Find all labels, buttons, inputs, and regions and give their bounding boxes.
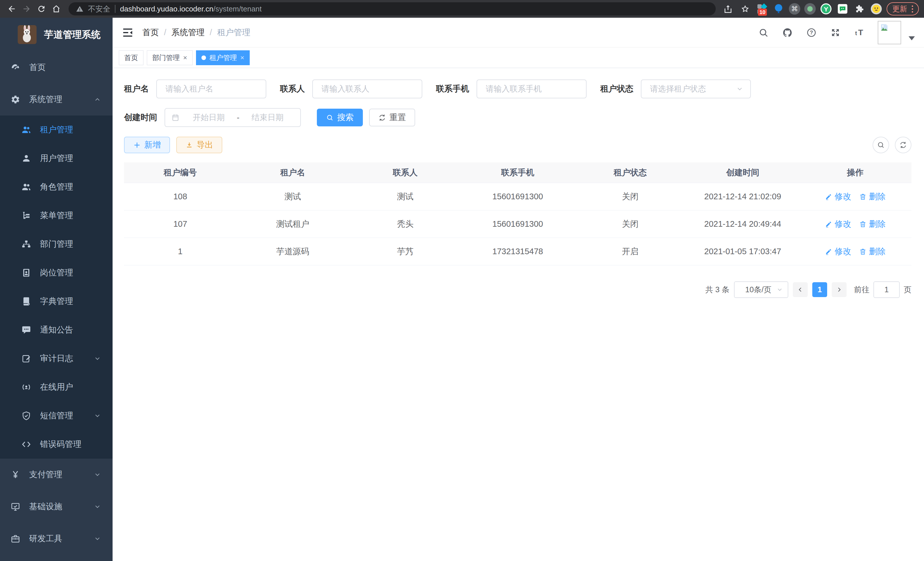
extension-chat[interactable] [836, 3, 849, 15]
share-button[interactable] [722, 2, 735, 15]
browser-menu-icon[interactable] [912, 5, 913, 13]
edit-link[interactable]: 修改 [825, 218, 851, 230]
tab-close-icon[interactable]: × [183, 54, 187, 62]
font-size-icon: tT [854, 27, 865, 38]
edit-link[interactable]: 修改 [825, 191, 851, 202]
extension-tango[interactable]: 10 [756, 3, 768, 15]
monitor-icon [10, 502, 21, 512]
tag-tab-2[interactable]: 租户管理× [196, 50, 250, 65]
breadcrumb-home[interactable]: 首页 [142, 27, 159, 38]
next-page-button[interactable] [832, 282, 847, 297]
browser-forward-button[interactable] [20, 2, 33, 15]
browser-toolbar: 不安全 dashboard.yudao.iocoder.cn/system/te… [0, 0, 924, 18]
extension-badge: 10 [758, 9, 767, 16]
sidebar-item-8[interactable]: 字典管理 [0, 287, 112, 316]
sidebar-item-1[interactable]: 系统管理 [0, 83, 112, 116]
sidebar-item-15[interactable]: 基础设施 [0, 491, 112, 523]
extension-recorder[interactable] [804, 3, 816, 15]
chevron-down-icon [736, 85, 743, 93]
sidebar-item-4[interactable]: 角色管理 [0, 173, 112, 201]
sidebar-item-7[interactable]: 岗位管理 [0, 259, 112, 287]
prev-page-button[interactable] [793, 282, 808, 297]
add-button[interactable]: 新增 [124, 137, 170, 153]
dashboard-icon [10, 62, 21, 73]
user-avatar[interactable] [878, 21, 901, 44]
date-range-picker[interactable]: 开始日期 - 结束日期 [165, 108, 301, 127]
avatar-emoji-icon [870, 3, 882, 15]
address-divider [115, 5, 116, 13]
url-domain: dashboard.yudao.iocoder.cn [120, 5, 213, 13]
sidebar-collapse-button[interactable] [122, 27, 134, 39]
sidebar-item-2[interactable]: 租户管理 [0, 116, 112, 144]
bookmark-button[interactable] [739, 2, 752, 15]
cell-contact: 秃头 [349, 218, 461, 230]
edit-link[interactable]: 修改 [825, 246, 851, 257]
extensions-menu[interactable] [853, 2, 866, 15]
sidebar-item-12[interactable]: 短信管理 [0, 402, 112, 430]
chrome-update-button[interactable]: 更新 [886, 2, 919, 15]
record-dot-icon [805, 3, 815, 14]
extension-balloon[interactable] [772, 3, 785, 15]
filter-create-time: 创建时间 开始日期 - 结束日期 [124, 108, 301, 127]
sidebar-item-13[interactable]: 错误码管理 [0, 430, 112, 459]
sidebar-logo[interactable]: 芋道管理系统 [0, 18, 112, 51]
contact-input[interactable] [312, 80, 422, 98]
page-size-select[interactable]: 10条/页 [734, 281, 788, 298]
active-dot-icon [201, 56, 206, 60]
jump-page-input[interactable] [873, 281, 900, 298]
header-search-button[interactable] [758, 27, 769, 38]
tags-view-bar: 首页部门管理×租户管理× [112, 47, 924, 68]
gear-icon [10, 94, 21, 105]
fullscreen-button[interactable] [830, 27, 841, 38]
tab-close-icon[interactable]: × [240, 54, 244, 62]
tag-tab-1[interactable]: 部门管理× [147, 50, 193, 65]
cell-id: 107 [124, 219, 237, 229]
tenant-name-input[interactable] [156, 80, 266, 98]
sidebar-item-5[interactable]: 菜单管理 [0, 201, 112, 230]
address-bar[interactable]: 不安全 dashboard.yudao.iocoder.cn/system/te… [69, 2, 716, 15]
sidebar-item-9[interactable]: 通知公告 [0, 316, 112, 344]
reset-button[interactable]: 重置 [369, 109, 415, 126]
status-select[interactable]: 请选择租户状态 [641, 80, 751, 98]
avatar-dropdown-caret-icon[interactable] [909, 36, 915, 40]
filter-row-1: 租户名 联系人 联系手机 租户状态 请选择租户状态 [124, 80, 911, 98]
extension-y[interactable]: Y [820, 3, 832, 15]
refresh-icon [899, 141, 907, 149]
browser-home-button[interactable] [50, 2, 63, 15]
reload-icon [37, 4, 46, 14]
sidebar-menu: 首页系统管理租户管理用户管理角色管理菜单管理部门管理岗位管理字典管理通知公告审计… [0, 51, 112, 555]
browser-reload-button[interactable] [35, 2, 48, 15]
profile-avatar[interactable] [870, 3, 883, 15]
sidebar-item-14[interactable]: 支付管理 [0, 459, 112, 491]
sidebar-item-6[interactable]: 部门管理 [0, 230, 112, 259]
sidebar-item-11[interactable]: 在线用户 [0, 373, 112, 402]
help-button[interactable]: ? [806, 27, 817, 38]
font-size-button[interactable]: tT [854, 27, 865, 38]
show-search-toggle-button[interactable] [873, 137, 889, 153]
sidebar-item-0[interactable]: 首页 [0, 51, 112, 83]
search-button[interactable]: 搜索 [317, 109, 363, 126]
delete-link[interactable]: 删除 [859, 191, 885, 202]
page-number-1[interactable]: 1 [812, 282, 827, 297]
delete-link[interactable]: 删除 [859, 246, 885, 257]
sidebar-item-3[interactable]: 用户管理 [0, 144, 112, 173]
download-icon [185, 141, 193, 149]
search-icon [877, 141, 885, 149]
delete-link[interactable]: 删除 [859, 218, 885, 230]
github-link[interactable] [782, 27, 793, 38]
browser-back-button[interactable] [5, 2, 18, 15]
sidebar-item-10[interactable]: 审计日志 [0, 344, 112, 373]
logo-rabbit-icon [18, 25, 37, 44]
export-button[interactable]: 导出 [176, 137, 222, 153]
refresh-table-button[interactable] [895, 137, 911, 153]
star-icon [741, 4, 750, 14]
search-icon [326, 114, 334, 122]
mobile-input[interactable] [477, 80, 586, 98]
cell-contact: 测试 [349, 191, 461, 202]
tag-tab-0[interactable]: 首页 [119, 50, 143, 65]
breadcrumb-system[interactable]: 系统管理 [171, 27, 205, 38]
table-row-2: 1芋道源码芋艿17321315478开启2021-01-05 17:03:47修… [124, 238, 911, 265]
plus-icon [133, 141, 141, 149]
extension-command[interactable]: ⌘ [789, 3, 800, 15]
sidebar-item-16[interactable]: 研发工具 [0, 523, 112, 555]
